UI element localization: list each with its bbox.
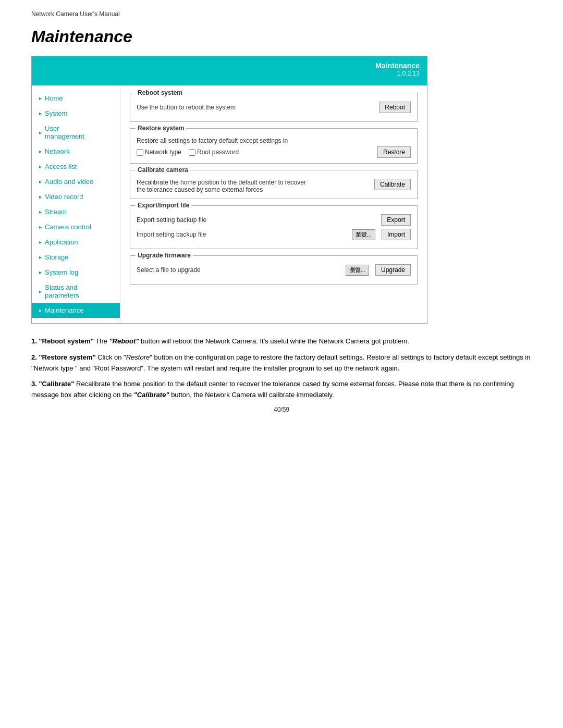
sidebar-item-system[interactable]: System [32,106,120,121]
sidebar-item-label: Storage [45,253,69,261]
restore-description: Restore all settings to factory default … [137,137,411,144]
sidebar-item-label: Access list [45,163,77,170]
sidebar-item-label: Video record [45,193,83,201]
para1-number: 1. "Reboot system" [31,337,94,345]
reboot-title: Reboot system [136,89,185,96]
doc-header: Network Camera User's Manual [31,10,532,18]
import-browse-button[interactable]: 瀏覽... [352,229,375,240]
sidebar-item-label: Network [45,147,70,155]
sidebar-item-label: Home [45,94,63,102]
sidebar-item-maintenance[interactable]: Maintenance [32,303,120,318]
calibrate-button[interactable]: Calibrate [374,179,411,190]
sidebar-item-storage[interactable]: Storage [32,250,120,265]
reboot-description: Use the button to reboot the system [137,104,375,111]
export-button[interactable]: Export [381,214,411,226]
sidebar-item-camera-control[interactable]: Camera control [32,219,120,235]
export-import-section: Export/Import file Export setting backup… [130,205,418,249]
sidebar-item-label: System [45,109,67,117]
sidebar-item-user-management[interactable]: Usermanagement [32,121,120,144]
page-title: Maintenance [31,27,532,46]
import-button[interactable]: Import [382,229,411,240]
calibrate-section: Calibrate camera Recalibrate the home po… [130,170,418,199]
upgrade-browse-button[interactable]: 瀏覽... [346,265,369,276]
network-type-checkbox-label[interactable]: Network type [137,149,181,156]
sidebar: Home System Usermanagement Network Acces… [32,85,120,323]
sidebar-item-label: System log [45,268,78,276]
page-footer: 40/59 [31,406,532,413]
main-panel: Reboot system Use the button to reboot t… [120,85,427,323]
sidebar-item-label: Audio and video [45,178,93,186]
sidebar-item-status-parameters[interactable]: Status andparameters [32,280,120,303]
sidebar-item-label: Status andparameters [45,283,79,299]
sidebar-item-home[interactable]: Home [32,91,120,106]
root-password-checkbox-label[interactable]: Root password [189,149,239,156]
sidebar-item-application[interactable]: Application [32,235,120,250]
reboot-button[interactable]: Reboot [379,102,411,113]
sidebar-item-label: Application [45,238,78,246]
network-type-label: Network type [145,149,181,156]
para2-number: 2. "Restore system" [31,353,96,361]
main-container: Maintenance 1.0.2.13 Home System Userman… [31,56,427,324]
calibrate-line2: the tolerance caused by some external fo… [137,186,370,193]
body-text-2: 2. "Restore system" Click on "Restore" b… [31,352,532,374]
export-import-title: Export/Import file [136,202,191,209]
import-label: Import setting backup file [137,231,352,238]
root-password-checkbox[interactable] [189,149,195,156]
restore-title: Restore system [136,125,186,132]
sidebar-item-label: Maintenance [45,306,83,314]
sidebar-item-label: Camera control [45,223,91,231]
upgrade-label: Select a file to upgrade [137,266,346,274]
restore-button[interactable]: Restore [377,146,411,158]
top-bar-title: Maintenance [39,61,420,70]
sidebar-item-access-list[interactable]: Access list [32,159,120,174]
calibrate-line1: Recalibrate the home position to the def… [137,179,370,186]
upgrade-title: Upgrade firmware [136,252,193,259]
sidebar-item-audio-video[interactable]: Audio and video [32,174,120,189]
top-bar: Maintenance 1.0.2.13 [32,56,427,85]
sidebar-item-stream[interactable]: Stream [32,204,120,219]
body-text-1: 1. "Reboot system" The "Reboot" button w… [31,336,532,347]
reboot-section: Reboot system Use the button to reboot t… [130,93,418,122]
para3-number: 3. "Calibrate" [31,380,74,388]
restore-section: Restore system Restore all settings to f… [130,128,418,164]
sidebar-item-video-record[interactable]: Video record [32,189,120,204]
sidebar-item-system-log[interactable]: System log [32,265,120,280]
top-bar-version: 1.0.2.13 [39,70,420,77]
upgrade-section: Upgrade firmware Select a file to upgrad… [130,255,418,285]
calibrate-title: Calibrate camera [136,166,190,174]
network-type-checkbox[interactable] [137,149,143,156]
export-label: Export setting backup file [137,216,377,224]
sidebar-item-label: Usermanagement [45,125,84,140]
sidebar-item-label: Stream [45,208,67,216]
body-text-3: 3. "Calibrate" Recalibrate the home posi… [31,379,532,401]
upgrade-button[interactable]: Upgrade [375,264,411,276]
sidebar-item-network[interactable]: Network [32,144,120,159]
root-password-label: Root password [197,149,239,156]
